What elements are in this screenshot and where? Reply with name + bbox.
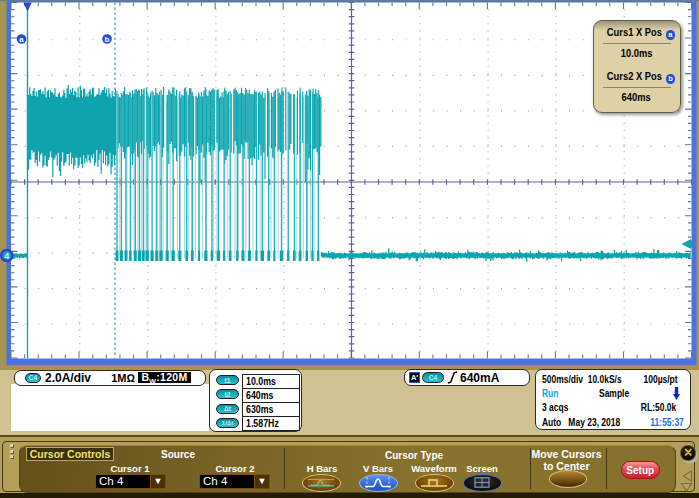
svg-text:b: b (105, 35, 110, 44)
svg-text:4: 4 (4, 251, 9, 261)
svg-text:a: a (19, 35, 24, 44)
